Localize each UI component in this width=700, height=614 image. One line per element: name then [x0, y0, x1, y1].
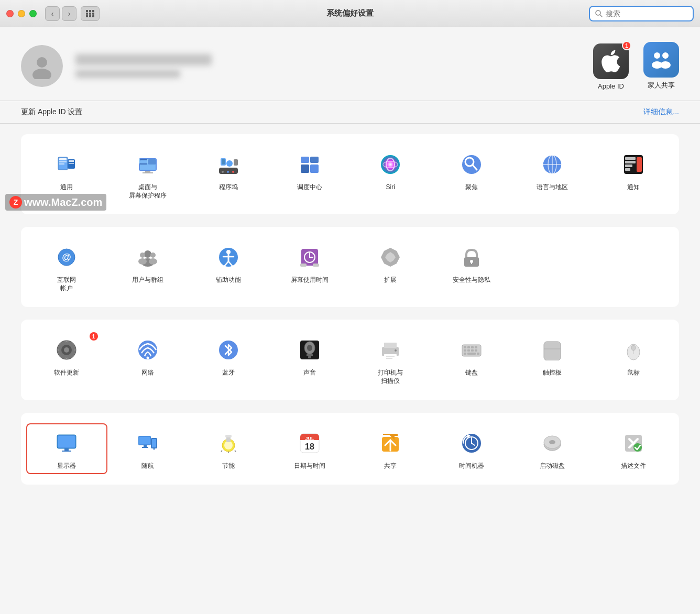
svg-rect-102: [464, 346, 466, 348]
pref-item-printers[interactable]: 打印机与扫描仪: [350, 330, 431, 389]
sharing-icon: [375, 427, 406, 459]
svg-rect-28: [143, 172, 153, 173]
search-box[interactable]: [589, 6, 694, 21]
sharing-label: 共享: [384, 462, 397, 470]
pref-item-screentime[interactable]: 屏幕使用时间: [269, 237, 351, 297]
internet-icon: @: [51, 242, 82, 273]
svg-point-92: [307, 345, 312, 351]
pref-item-sharing[interactable]: 共享: [350, 423, 431, 475]
titlebar: ‹ › 系统偏好设置: [0, 0, 700, 27]
banner-link[interactable]: 详细信息...: [643, 107, 679, 117]
svg-rect-121: [62, 451, 71, 452]
pref-item-internet[interactable]: @ 互联网帐户: [26, 237, 107, 297]
pref-item-sound[interactable]: 声音: [269, 330, 351, 389]
maximize-button[interactable]: [29, 10, 37, 17]
software-icon: [51, 334, 82, 366]
displays-icon: [51, 427, 82, 459]
svg-rect-19: [59, 161, 67, 162]
pref-item-spotlight[interactable]: 聚焦: [431, 145, 512, 204]
pref-item-energy[interactable]: 节能: [188, 423, 269, 475]
svg-rect-2: [92, 10, 94, 12]
apple-logo-icon: [601, 50, 620, 73]
svg-rect-110: [464, 353, 466, 355]
pref-item-accessibility[interactable]: 辅助功能: [188, 237, 269, 297]
svg-point-68: [149, 258, 157, 265]
pref-item-dock[interactable]: 程序坞: [188, 145, 269, 204]
svg-rect-0: [86, 10, 88, 12]
grid-button[interactable]: [81, 6, 100, 21]
svg-rect-104: [471, 346, 474, 348]
pref-item-network[interactable]: 网络: [107, 330, 189, 389]
profiles-icon: [618, 427, 649, 459]
svg-rect-1: [89, 10, 91, 12]
language-icon: [537, 149, 568, 180]
svg-rect-120: [64, 448, 69, 451]
pref-item-notifications[interactable]: 通知: [593, 145, 674, 204]
svg-rect-18: [59, 158, 67, 160]
bluetooth-label: 蓝牙: [222, 369, 235, 377]
apple-id-label: Apple ID: [598, 82, 624, 90]
forward-button[interactable]: ›: [62, 6, 76, 21]
general-icon: [51, 149, 82, 180]
svg-rect-56: [637, 157, 642, 172]
pref-item-software[interactable]: 1 软件更新: [26, 330, 107, 389]
family-sharing-item[interactable]: 家人共享: [643, 42, 679, 90]
search-input[interactable]: [606, 9, 687, 18]
pref-item-security[interactable]: 安全性与隐私: [431, 237, 512, 297]
pref-item-extensions[interactable]: 扩展: [350, 237, 431, 297]
svg-point-13: [654, 52, 660, 59]
pref-item-desktop[interactable]: 桌面与屏幕保护程序: [107, 145, 189, 204]
internet-label: 互联网帐户: [57, 276, 76, 292]
pref-item-trackpad[interactable]: 触控板: [512, 330, 593, 389]
pref-item-displays[interactable]: 显示器: [26, 423, 107, 475]
svg-rect-30: [140, 160, 147, 163]
svg-rect-27: [145, 171, 150, 172]
sound-icon: [294, 334, 325, 366]
notifications-icon: [618, 149, 649, 180]
profiles-label: 描述文件: [621, 462, 646, 470]
pref-item-profiles[interactable]: 描述文件: [593, 423, 674, 475]
svg-point-16: [660, 61, 671, 69]
section-personal: 通用 桌面与屏幕保护程序 程序坞 调度中心: [21, 134, 679, 214]
pref-item-bluetooth[interactable]: 蓝牙: [188, 330, 269, 389]
pref-item-mouse[interactable]: 鼠标: [593, 330, 674, 389]
siri-icon: [375, 149, 406, 180]
apple-id-item[interactable]: 1 Apple ID: [593, 43, 629, 90]
back-button[interactable]: ‹: [45, 6, 60, 21]
network-label: 网络: [141, 369, 154, 377]
svg-rect-40: [301, 157, 309, 163]
user-name-blur: [75, 54, 212, 65]
pref-item-users[interactable]: 用户与群组: [107, 237, 189, 297]
svg-rect-20: [59, 163, 64, 165]
minimize-button[interactable]: [18, 10, 25, 17]
pref-item-startup[interactable]: 启动磁盘: [512, 423, 593, 475]
pref-item-siri[interactable]: Siri: [350, 145, 431, 204]
language-label: 语言与地区: [537, 183, 568, 192]
pref-item-keyboard[interactable]: 键盘: [431, 330, 512, 389]
svg-point-151: [549, 440, 555, 444]
svg-point-14: [662, 52, 669, 59]
search-icon: [595, 10, 603, 17]
keyboard-label: 键盘: [465, 369, 478, 377]
trackpad-icon: [537, 334, 568, 366]
desktop-label: 桌面与屏幕保护程序: [129, 183, 167, 200]
svg-rect-107: [467, 349, 470, 352]
pref-item-language[interactable]: 语言与地区: [512, 145, 593, 204]
datetime-icon: JUL 18: [294, 427, 325, 459]
spotlight-icon: [456, 149, 487, 180]
pref-item-timemachine[interactable]: 时间机器: [431, 423, 512, 475]
svg-rect-128: [152, 439, 156, 447]
pref-item-datetime[interactable]: JUL 18 日期与时间: [269, 423, 351, 475]
printers-label: 打印机与扫描仪: [378, 369, 403, 385]
pref-item-mission[interactable]: 调度中心: [269, 145, 351, 204]
svg-line-135: [221, 451, 222, 452]
mouse-label: 鼠标: [627, 369, 640, 377]
printers-icon: [375, 334, 406, 366]
window-title: 系统偏好设置: [326, 8, 374, 18]
close-button[interactable]: [6, 10, 14, 17]
svg-text:18: 18: [305, 442, 314, 451]
svg-rect-3: [86, 13, 88, 15]
sidecar-icon: [132, 427, 163, 459]
pref-item-sidecar[interactable]: 随航: [107, 423, 189, 475]
svg-rect-133: [225, 435, 232, 437]
